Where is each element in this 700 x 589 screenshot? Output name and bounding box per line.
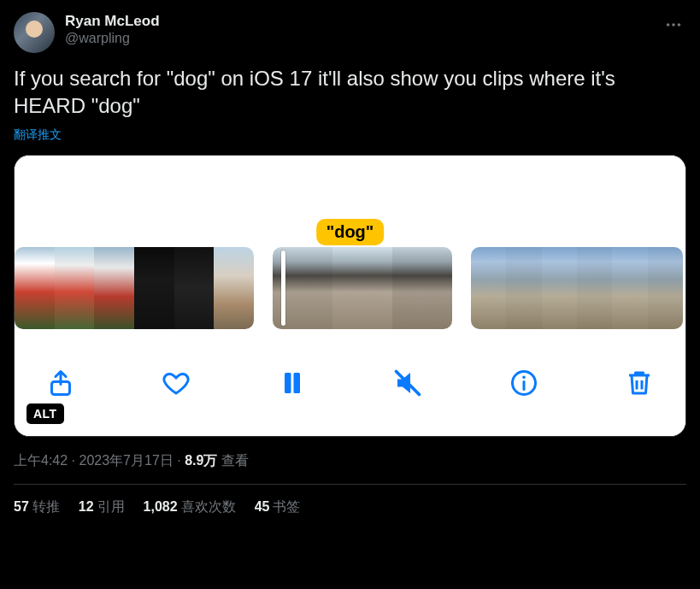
clip-frame xyxy=(542,247,577,329)
svg-rect-5 xyxy=(293,373,300,393)
bookmarks-label: 书签 xyxy=(273,499,300,514)
mute-button[interactable] xyxy=(389,364,426,402)
clip-group[interactable] xyxy=(15,247,254,329)
clip-frame xyxy=(174,247,215,329)
speaker-muted-icon xyxy=(392,368,423,398)
author-column: Ryan McLeod @warpling xyxy=(65,12,160,47)
more-horizontal-icon xyxy=(664,15,683,34)
tweet-time[interactable]: 上午4:42 xyxy=(14,453,68,468)
tweet-header: Ryan McLeod @warpling xyxy=(14,12,686,53)
heart-icon xyxy=(161,368,191,398)
clip-frame xyxy=(273,247,332,329)
meta-separator: · xyxy=(68,453,79,468)
bookmarks-stat[interactable]: 45书签 xyxy=(255,498,301,516)
pause-icon xyxy=(277,368,308,398)
author-handle[interactable]: @warpling xyxy=(65,30,160,47)
tweet-meta: 上午4:42 · 2023年7月17日 · 8.9万 查看 xyxy=(14,452,686,470)
quotes-stat[interactable]: 12引用 xyxy=(79,498,125,516)
retweets-label: 转推 xyxy=(32,499,60,514)
info-icon xyxy=(509,368,539,398)
likes-stat[interactable]: 1,082喜欢次数 xyxy=(144,498,236,516)
likes-label: 喜欢次数 xyxy=(181,499,236,514)
trash-icon xyxy=(624,368,655,398)
avatar[interactable] xyxy=(14,12,55,53)
tweet: Ryan McLeod @warpling If you search for … xyxy=(0,0,700,528)
clip-frame xyxy=(392,247,452,329)
share-icon xyxy=(45,368,76,398)
clip-frame xyxy=(577,247,612,329)
clip-frame xyxy=(55,247,95,329)
video-scrubber[interactable] xyxy=(15,245,685,331)
clip-frame xyxy=(612,247,647,329)
svg-point-9 xyxy=(522,376,526,380)
bookmarks-count: 45 xyxy=(255,499,270,514)
svg-rect-4 xyxy=(285,373,291,393)
media-top-area: "dog" xyxy=(15,156,685,245)
views-label: 查看 xyxy=(217,453,248,468)
clip-frame xyxy=(94,247,134,329)
clip-frame xyxy=(15,247,55,329)
divider xyxy=(14,484,686,485)
svg-point-1 xyxy=(672,23,675,27)
search-keyword-pill: "dog" xyxy=(316,219,385,245)
favorite-button[interactable] xyxy=(157,364,195,402)
delete-button[interactable] xyxy=(621,364,658,402)
pause-button[interactable] xyxy=(274,364,311,402)
clip-frame xyxy=(506,247,541,329)
retweets-stat[interactable]: 57转推 xyxy=(14,498,60,516)
clip-group[interactable] xyxy=(471,247,683,329)
engagement-stats: 57转推 12引用 1,082喜欢次数 45书签 xyxy=(14,498,686,516)
svg-point-2 xyxy=(678,23,681,27)
more-options-button[interactable] xyxy=(661,12,686,38)
clip-frame xyxy=(332,247,392,329)
tweet-text: If you search for "dog" on iOS 17 it'll … xyxy=(14,65,686,121)
svg-point-0 xyxy=(667,23,670,27)
alt-text-badge[interactable]: ALT xyxy=(26,403,64,424)
views-count: 8.9万 xyxy=(185,453,217,468)
media-toolbar xyxy=(15,331,685,436)
clip-frame xyxy=(648,247,683,329)
clip-frame xyxy=(134,247,174,329)
translate-link[interactable]: 翻译推文 xyxy=(14,127,62,143)
share-button[interactable] xyxy=(42,364,79,402)
media-attachment[interactable]: "dog" xyxy=(14,155,686,437)
clip-group[interactable] xyxy=(273,247,452,329)
clip-frame xyxy=(471,247,506,329)
likes-count: 1,082 xyxy=(144,499,178,514)
meta-separator: · xyxy=(174,453,185,468)
quotes-label: 引用 xyxy=(97,499,125,514)
info-button[interactable] xyxy=(505,364,543,402)
tweet-body: If you search for "dog" on iOS 17 it'll … xyxy=(14,65,686,516)
author-display-name[interactable]: Ryan McLeod xyxy=(65,12,160,30)
clip-frame xyxy=(214,247,254,329)
retweets-count: 57 xyxy=(14,499,29,514)
quotes-count: 12 xyxy=(79,499,94,514)
tweet-date[interactable]: 2023年7月17日 xyxy=(79,453,173,468)
